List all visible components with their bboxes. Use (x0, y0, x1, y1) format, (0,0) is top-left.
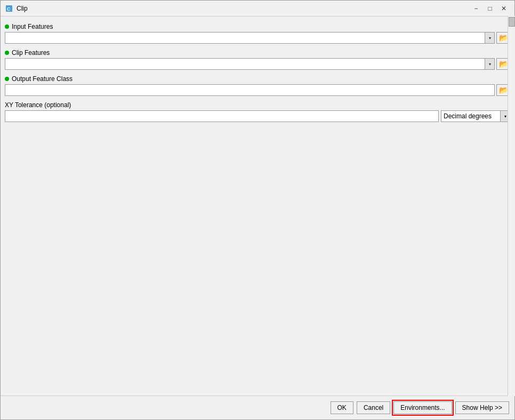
bottom-bar: OK Cancel Environments... Show Help >> (1, 395, 514, 419)
xy-tolerance-group: XY Tolerance (optional) Decimal degrees … (5, 101, 510, 122)
input-features-group: Input Features ▾ 📂 (5, 23, 510, 44)
clip-features-label: Clip Features (12, 49, 50, 56)
xy-tolerance-label-row: XY Tolerance (optional) (5, 101, 510, 109)
clip-features-arrow: ▾ (485, 59, 494, 69)
restore-button[interactable]: □ (484, 3, 496, 14)
output-feature-class-browse-icon: 📂 (499, 86, 508, 94)
output-feature-class-input[interactable] (5, 84, 495, 96)
output-feature-class-group: Output Feature Class 📂 (5, 75, 510, 96)
xy-tolerance-input-row: Decimal degrees ▾ (5, 110, 510, 122)
xy-tolerance-units-select[interactable]: Decimal degrees ▾ (441, 110, 510, 122)
window-title: Clip (17, 5, 470, 12)
xy-tolerance-units-value: Decimal degrees (444, 112, 492, 120)
clip-features-label-row: Clip Features (5, 49, 510, 56)
input-features-label: Input Features (12, 23, 53, 30)
clip-features-required-dot (5, 51, 9, 55)
title-bar: C Clip − □ ✕ (1, 1, 514, 17)
output-feature-class-label: Output Feature Class (12, 75, 73, 83)
clip-dialog: C Clip − □ ✕ Input Features (0, 0, 515, 420)
output-feature-class-required-dot (5, 77, 9, 81)
environments-button[interactable]: Environments... (393, 401, 452, 414)
ok-button[interactable]: OK (331, 401, 353, 414)
window-icon: C (5, 4, 13, 13)
clip-features-dropdown[interactable]: ▾ (5, 58, 495, 70)
window-controls: − □ ✕ (470, 3, 510, 14)
clip-features-input-row: ▾ 📂 (5, 58, 510, 70)
form-content: Input Features ▾ 📂 Clip Features (1, 17, 514, 395)
input-features-dropdown[interactable]: ▾ (5, 32, 495, 44)
output-feature-class-input-row: 📂 (5, 84, 510, 96)
minimize-button[interactable]: − (470, 3, 482, 14)
clip-features-group: Clip Features ▾ 📂 (5, 49, 510, 70)
xy-tolerance-label: XY Tolerance (optional) (5, 101, 71, 109)
input-features-arrow: ▾ (485, 33, 494, 43)
cancel-button[interactable]: Cancel (357, 401, 390, 414)
input-features-label-row: Input Features (5, 23, 510, 30)
show-help-button[interactable]: Show Help >> (455, 401, 509, 414)
xy-tolerance-input[interactable] (5, 110, 439, 122)
input-features-required-dot (5, 25, 9, 29)
scrollbar[interactable] (508, 16, 515, 396)
close-button[interactable]: ✕ (497, 3, 510, 14)
input-features-input-row: ▾ 📂 (5, 32, 510, 44)
svg-text:C: C (7, 6, 11, 12)
output-feature-class-label-row: Output Feature Class (5, 75, 510, 83)
scrollbar-thumb (509, 17, 515, 27)
clip-features-browse-icon: 📂 (499, 60, 508, 68)
input-features-browse-icon: 📂 (499, 34, 508, 42)
